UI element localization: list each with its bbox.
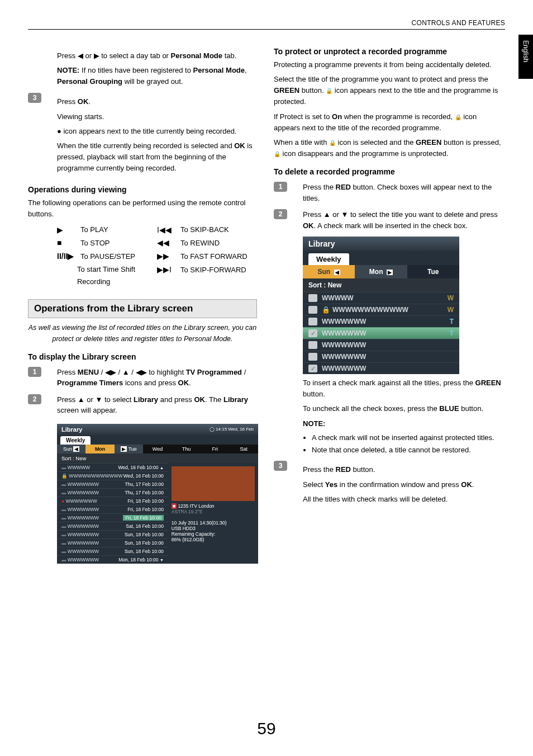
note-personal-mode: NOTE: If no titles have been registered … <box>57 65 257 87</box>
library-list: ▬ WWWWWWed, 16 Feb 10:00 ▲🔒 WWWWWWWWWWWW… <box>57 463 168 564</box>
display-library-heading: To display the Library screen <box>28 352 257 361</box>
day-tab: Sun ◀ <box>57 445 85 453</box>
select-day-tab-text: Press ◀ or ▶ to select a day tab or Pers… <box>57 50 257 62</box>
day-tab-bar: Sun ◀Mon▶ TueWedThuFriSat <box>57 445 258 453</box>
delete-heading: To delete a recorded programme <box>274 167 503 176</box>
list-item: ▬ WWWWWWWFri, 18 Feb 10:00 <box>57 505 168 513</box>
note-item: A check mark will not be inserted agains… <box>312 433 503 443</box>
stop-icon: ■ <box>57 237 80 250</box>
del-step-3-text: Press the RED button. <box>303 464 503 475</box>
lib-step-2: 2 Press ▲ or ▼ to select Library and pre… <box>28 394 257 416</box>
list-item: ▬ WWWWWWWThu, 17 Feb 10:00 <box>57 488 168 497</box>
day-tab: Sat <box>230 445 258 453</box>
page-header: CONTROLS AND FEATURES <box>412 19 505 27</box>
list-item: 🔒 WWWWWWWWWWWWWed, 16 Feb 10:00 <box>57 471 168 480</box>
list-item: ▬ WWWWWWWSun, 18 Feb 10:00 <box>57 547 168 555</box>
protect-heading: To protect or unprotect a recorded progr… <box>274 47 503 56</box>
right-arrow-icon: ▶ <box>94 51 99 60</box>
skip-back-icon: I◀◀ <box>157 224 180 237</box>
day-tab: Thu <box>172 445 201 453</box>
list-item: WWWWWWWT <box>303 315 459 327</box>
day-tab-bar: Sun ◀Mon ▶Tue <box>303 265 459 278</box>
protect-p3: If Protect is set to On when the program… <box>274 111 503 134</box>
step-badge-2: 2 <box>274 209 287 219</box>
step-badge-3: 3 <box>28 93 41 103</box>
sort-label: Sort : New <box>303 278 459 292</box>
header-rule <box>28 29 505 30</box>
dot-icon: ● <box>57 127 61 135</box>
del-step-1-text: Press the RED button. Check boxes will a… <box>303 182 503 204</box>
fast-forward-icon: ▶▶ <box>157 250 180 263</box>
day-tab: Mon <box>85 445 114 453</box>
insert-all-checks: To insert a check mark against all the t… <box>303 377 503 400</box>
library-screenshot-full: Library◯ 14:15 Wed, 16 Feb Weekly Sun ◀M… <box>57 424 257 564</box>
ctl-skip-forward: ▶▶ITo SKIP-FORWARD <box>157 263 257 277</box>
list-item: ✓WWWWWWW <box>303 362 459 374</box>
thumbnail <box>172 466 255 501</box>
list-item: WWWWWWW <box>303 339 459 351</box>
section-library-operations: Operations from the Library screen <box>28 299 257 318</box>
ctl-pause: II/II▶To PAUSE/STEP <box>57 250 157 263</box>
lock-icon: 🔒 <box>326 88 332 94</box>
day-tab: ▶ Tue <box>115 445 143 453</box>
list-item: WWWWWW <box>303 292 459 304</box>
list-item: ▬ WWWWWWWMon, 18 Feb 10:00 ▼ <box>57 555 168 564</box>
ctl-rewind: ◀◀To REWIND <box>157 237 257 250</box>
step-badge-3: 3 <box>274 461 287 471</box>
list-item: WWWWWWW <box>303 351 459 362</box>
del-step-3-result: All the titles with check marks will be … <box>303 494 503 505</box>
library-list: WWWWWW🔒WWWWWWWWWWWWWWWWWWWWT✓WWWWWWWTWWW… <box>303 292 459 374</box>
ctl-stop: ■To STOP <box>57 237 157 250</box>
sort-label: Sort : New <box>57 453 258 463</box>
list-item: ▬ WWWWWWWSat, 18 Feb 10:00 <box>57 522 168 530</box>
ctl-skip-back: I◀◀To SKIP-BACK <box>157 224 257 237</box>
protect-p2: Select the title of the programme you wa… <box>274 74 503 107</box>
section-library-intro: As well as viewing the list of recorded … <box>28 323 257 344</box>
record-ok-note: When the title currently being recorded … <box>57 140 257 174</box>
ctl-play: ▶To PLAY <box>57 224 157 237</box>
del-step-2-text: Press ▲ or ▼ to select the title you wan… <box>303 209 503 231</box>
lock-icon: 🔒 <box>455 114 461 120</box>
weekly-tab: Weekly <box>308 253 349 265</box>
list-item: ✓WWWWWWWT <box>303 327 459 339</box>
language-tab: English <box>518 35 533 79</box>
uncheck-all: To uncheck all the check boxes, press th… <box>303 403 503 414</box>
play-icon: ▶ <box>57 224 80 237</box>
weekly-tab: Weekly <box>60 436 91 445</box>
note-list: A check mark will not be inserted agains… <box>303 433 503 456</box>
lib-step-1: 1 Press MENU / ◀▶ / ▲ / ◀▶ to highlight … <box>28 367 257 389</box>
list-item: ▬ WWWWWWWThu, 17 Feb 10:00 <box>57 480 168 488</box>
lock-icon: 🔒 <box>329 140 336 146</box>
lock-icon: 🔒 <box>274 151 280 157</box>
list-item: ▬ WWWWWWWSun, 18 Feb 10:00 <box>57 530 168 538</box>
ctl-fast-forward: ▶▶To FAST FORWARD <box>157 250 257 263</box>
list-item: ▬ WWWWWWWSun, 18 Feb 10:00 <box>57 538 168 547</box>
record-icon-note: ● icon appears next to the title current… <box>57 126 257 137</box>
lib-step-2-text: Press ▲ or ▼ to select Library and press… <box>57 394 257 416</box>
step-3-text: Press OK. <box>57 96 257 107</box>
lib-step-1-text: Press MENU / ◀▶ / ▲ / ◀▶ to highlight TV… <box>57 367 257 389</box>
del-step-3-confirm: Select Yes in the confirmation window an… <box>303 479 503 490</box>
library-screenshot-cropped: Library Weekly Sun ◀Mon ▶Tue Sort : New … <box>303 237 459 374</box>
left-column: Press ◀ or ▶ to select a day tab or Pers… <box>28 47 257 564</box>
step-badge-2: 2 <box>28 394 41 404</box>
skip-forward-icon: ▶▶I <box>157 263 180 277</box>
ctl-timeshift: To start Time Shift Recording <box>57 263 157 288</box>
protect-p1: Protecting a programme prevents it from … <box>274 59 503 70</box>
right-column: To protect or unprotect a recorded progr… <box>274 47 503 508</box>
day-tab: Sun ◀ <box>303 265 355 278</box>
list-item: ▬ WWWWWWed, 16 Feb 10:00 ▲ <box>57 463 168 471</box>
step-badge-1: 1 <box>274 182 287 192</box>
list-item: 🔒WWWWWWWWWWWWW <box>303 304 459 315</box>
page-number: 59 <box>0 719 533 738</box>
day-tab: Mon ▶ <box>355 265 407 278</box>
del-step-1: 1 Press the RED button. Check boxes will… <box>274 182 503 204</box>
list-item: ● WWWWWWWFri, 18 Feb 10:00 <box>57 497 168 505</box>
pause-step-icon: II/II▶ <box>57 250 80 263</box>
note-heading: NOTE: <box>303 418 503 429</box>
operations-during-viewing-heading: Operations during viewing <box>28 185 257 194</box>
day-tab: Tue <box>407 265 459 278</box>
del-step-2: 2 Press ▲ or ▼ to select the title you w… <box>274 209 503 231</box>
step-3: 3 Press OK. Viewing starts. ● icon appea… <box>28 93 257 177</box>
note-item: Note that once deleted, a title cannot b… <box>312 445 503 456</box>
